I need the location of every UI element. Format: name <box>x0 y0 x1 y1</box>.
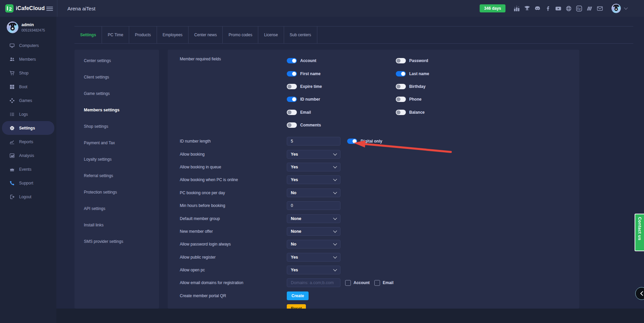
min-hours-before-booking-input[interactable] <box>287 201 340 210</box>
sidebar: admin 005193482475 Computers Members Sho… <box>0 17 56 323</box>
menu-game-settings[interactable]: Game settings <box>74 85 159 102</box>
sidebar-user[interactable]: admin 005193482475 <box>0 17 56 33</box>
sidebar-item-events[interactable]: Events <box>2 162 54 176</box>
sidebar-item-reports[interactable]: Reports <box>2 135 54 149</box>
member-required-fields-label: Member required fields <box>180 57 221 61</box>
ranking-icon[interactable] <box>513 5 520 12</box>
toggle-balance[interactable] <box>396 110 406 115</box>
sidebar-item-analysis[interactable]: Analysis <box>2 149 54 162</box>
create-portal-qr-button[interactable]: Create <box>287 291 309 300</box>
header-brand-area: 2 iCafeCloud <box>0 0 57 17</box>
pc-booking-once-per-day-select[interactable]: No <box>287 189 340 197</box>
menu-sms-provider-settings[interactable]: SMS provider settings <box>74 233 159 250</box>
mail-icon[interactable] <box>596 5 603 12</box>
chevron-down-icon <box>333 242 337 246</box>
menu-install-links[interactable]: Install links <box>74 217 159 233</box>
toggle-account[interactable] <box>287 58 297 63</box>
chevron-down-icon <box>333 177 337 181</box>
allow-password-login-always-select[interactable]: No <box>287 240 340 249</box>
tab-pc-time[interactable]: PC Time <box>102 26 129 43</box>
email-domains-input[interactable] <box>287 278 340 287</box>
chevron-down-icon <box>333 152 337 155</box>
reset-button[interactable]: Reset <box>287 304 306 309</box>
license-days-badge[interactable]: 346 days <box>480 4 505 12</box>
tab-bar: Settings PC Time Products Employees Cent… <box>74 26 633 44</box>
boot-windows-icon <box>9 84 15 90</box>
menu-members-settings[interactable]: Members settings <box>74 102 159 118</box>
trophy-icon[interactable] <box>524 5 530 12</box>
toggle-expire-time[interactable] <box>287 84 297 89</box>
members-settings-form: ID number length Digital only Allow book… <box>168 135 579 309</box>
sidebar-item-settings[interactable]: Settings <box>2 121 54 135</box>
sidebar-item-logs[interactable]: Logs <box>2 107 54 121</box>
youtube-icon[interactable] <box>555 5 561 12</box>
tab-employees[interactable]: Employees <box>157 26 189 43</box>
digital-only-toggle[interactable] <box>347 139 357 144</box>
menu-client-settings[interactable]: Client settings <box>74 69 159 85</box>
account-checkbox[interactable] <box>345 280 351 286</box>
allow-open-pc-select[interactable]: Yes <box>287 266 340 274</box>
allow-booking-select[interactable]: Yes <box>287 150 340 159</box>
sidebar-nav: Computers Members Shop Boot Games Logs S… <box>0 39 56 204</box>
allow-booking-pc-online-select[interactable]: Yes <box>287 175 340 184</box>
menu-loyalty-settings[interactable]: Loyalty settings <box>74 151 159 167</box>
support-phone-icon <box>9 180 15 186</box>
allow-booking-in-queue-select[interactable]: Yes <box>287 163 340 171</box>
sidebar-item-shop[interactable]: Shop <box>2 66 54 80</box>
menu-shop-settings[interactable]: Shop settings <box>74 118 159 134</box>
shop-cart-icon <box>9 70 15 76</box>
sidebar-item-members[interactable]: Members <box>2 52 54 66</box>
svg-text:2: 2 <box>579 7 581 10</box>
toggle-email[interactable] <box>287 110 297 115</box>
sidebar-item-support[interactable]: Support <box>2 176 54 190</box>
facebook-icon[interactable] <box>544 5 551 12</box>
new-member-offer-select[interactable]: None <box>287 227 340 236</box>
discord-icon[interactable] <box>534 5 541 12</box>
menu-payment-and-tax[interactable]: Payment and Tax <box>74 134 159 151</box>
tab-products[interactable]: Products <box>129 26 157 43</box>
toggle-first-name[interactable] <box>287 71 297 76</box>
user-avatar[interactable] <box>611 4 621 13</box>
allow-public-register-select[interactable]: Yes <box>287 253 340 262</box>
email-checkbox[interactable] <box>374 280 380 286</box>
sidebar-item-boot[interactable]: Boot <box>2 80 54 94</box>
computers-icon <box>9 43 15 48</box>
members-settings-panel: Member required fields Account Password … <box>168 50 579 309</box>
toggle-password[interactable] <box>396 58 406 63</box>
globe-icon[interactable] <box>565 5 572 12</box>
settings-gear-icon <box>9 125 15 131</box>
toggle-phone[interactable] <box>396 97 406 102</box>
reports-chart-icon <box>9 139 15 145</box>
tab-promo-codes[interactable]: Promo codes <box>223 26 258 43</box>
layers-icon[interactable] <box>586 5 593 12</box>
settings-menu-panel: Center settings Client settings Game set… <box>74 50 159 309</box>
menu-center-settings[interactable]: Center settings <box>74 52 159 69</box>
user-id: 005193482475 <box>21 28 45 32</box>
header: 2 iCafeCloud Arena aiTest 346 days 2 <box>0 0 644 17</box>
sidebar-item-games[interactable]: Games <box>2 94 54 107</box>
sidebar-item-computers[interactable]: Computers <box>2 39 54 52</box>
tab-settings[interactable]: Settings <box>74 26 102 43</box>
icafecloud-logo-icon[interactable]: 2 <box>5 4 14 13</box>
id-number-length-input[interactable] <box>287 137 340 146</box>
menu-referral-settings[interactable]: Referral settings <box>74 167 159 184</box>
icafe-logo-icon[interactable]: 2 <box>576 5 582 12</box>
account-chevron-down-icon[interactable] <box>624 6 628 9</box>
toggle-id-number[interactable] <box>287 97 297 102</box>
default-member-group-select[interactable]: None <box>287 214 340 223</box>
logs-icon <box>9 111 15 117</box>
digital-only-label: Digital only <box>361 139 382 144</box>
scroll-gutter <box>56 309 644 323</box>
sidebar-avatar <box>7 21 18 33</box>
tab-license[interactable]: License <box>258 26 284 43</box>
menu-protection-settings[interactable]: Protection settings <box>74 184 159 200</box>
tab-sub-centers[interactable]: Sub centers <box>284 26 317 43</box>
hamburger-menu-icon[interactable] <box>46 6 53 12</box>
toggle-comments[interactable] <box>287 122 297 128</box>
contact-us-ribbon[interactable]: Contact us <box>635 214 644 251</box>
tab-center-news[interactable]: Center news <box>189 26 223 43</box>
menu-api-settings[interactable]: API settings <box>74 200 159 217</box>
toggle-last-name[interactable] <box>396 71 406 76</box>
sidebar-item-logout[interactable]: Logout <box>2 190 54 204</box>
toggle-birthday[interactable] <box>396 84 406 89</box>
